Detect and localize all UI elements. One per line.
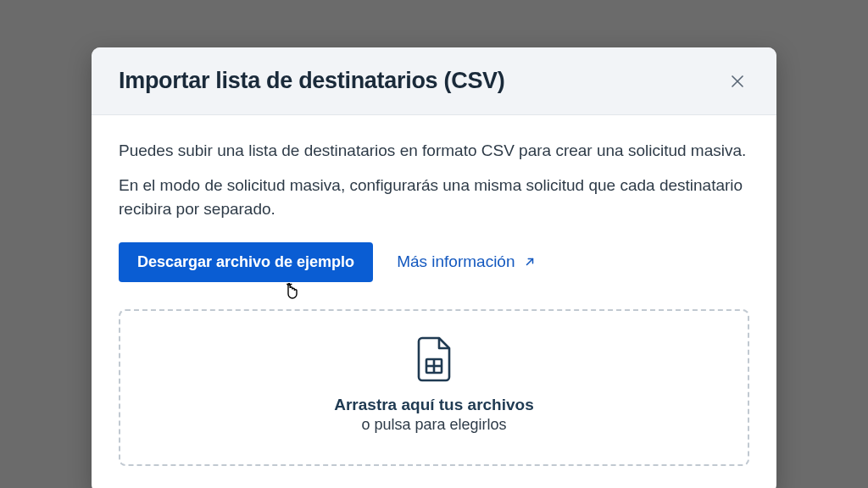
description-text-2: En el modo de solicitud masiva, configur… bbox=[119, 174, 749, 222]
modal-header: Importar lista de destinatarios (CSV) bbox=[92, 47, 776, 115]
actions-row: Descargar archivo de ejemplo Más informa… bbox=[119, 242, 749, 282]
download-sample-button[interactable]: Descargar archivo de ejemplo bbox=[119, 242, 373, 282]
file-spreadsheet-icon bbox=[137, 336, 731, 382]
more-info-label: Más información bbox=[397, 252, 515, 271]
external-link-icon bbox=[524, 256, 536, 268]
more-info-link[interactable]: Más información bbox=[397, 252, 535, 271]
close-button[interactable] bbox=[726, 69, 749, 93]
file-dropzone[interactable]: Arrastra aquí tus archivos o pulsa para … bbox=[119, 309, 749, 466]
description-text-1: Puedes subir una lista de destinatarios … bbox=[119, 139, 749, 164]
dropzone-title: Arrastra aquí tus archivos bbox=[137, 396, 731, 414]
import-csv-modal: Importar lista de destinatarios (CSV) Pu… bbox=[92, 47, 776, 488]
dropzone-subtitle: o pulsa para elegirlos bbox=[137, 416, 731, 434]
modal-body: Puedes subir una lista de destinatarios … bbox=[92, 115, 776, 488]
close-icon bbox=[730, 74, 745, 89]
modal-title: Importar lista de destinatarios (CSV) bbox=[119, 68, 505, 94]
